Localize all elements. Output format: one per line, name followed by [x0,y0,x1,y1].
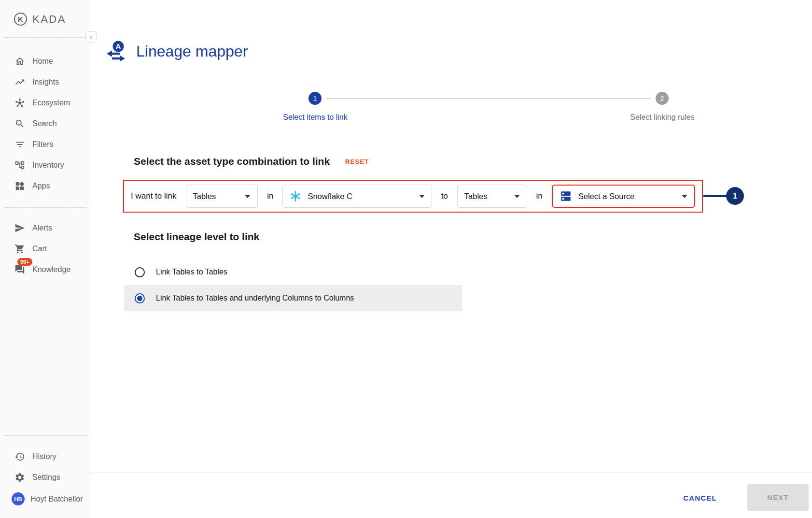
page-title: Lineage mapper [136,43,248,60]
chevron-down-icon [245,195,251,198]
hub-icon [14,98,25,108]
step-1-label: Select items to link [262,113,368,122]
sidebar-item-home[interactable]: Home [0,51,91,72]
account-tree-icon [14,160,25,171]
cancel-button[interactable]: CANCEL [669,488,731,507]
sidebar-user[interactable]: HB Hoyt Batchellor [0,488,91,510]
step-2-circle: 2 [656,92,669,105]
sidebar-item-label: Search [32,119,57,128]
stepper-connector [326,98,651,99]
asset-section-heading-row: Select the asset type combination to lin… [134,156,369,167]
kada-logo: K KADA [0,0,91,26]
chevron-down-icon [682,195,687,198]
sidebar-item-label: Filters [32,140,54,149]
source-asset-type-dropdown[interactable]: Tables [186,185,258,208]
sidebar-item-label: Insights [32,78,59,86]
annotation-1-marker: 1 [726,187,744,205]
sidebar-item-label: Alerts [32,224,52,232]
option-link-tables-to-tables[interactable]: Link Tables to Tables [124,259,462,285]
reset-button[interactable]: RESET [345,158,369,165]
gear-icon [14,472,25,483]
sidebar-item-label: Settings [32,473,60,482]
knowledge-badge: 99+ [17,258,32,266]
sidebar-item-label: Inventory [32,161,64,170]
sidebar-item-settings[interactable]: Settings [0,467,91,488]
user-name: Hoyt Batchellor [30,495,83,504]
step-1-circle: 1 [308,92,322,105]
kada-logo-text: KADA [32,13,66,26]
target-asset-type-dropdown[interactable]: Tables [457,185,527,208]
sidebar-item-ecosystem[interactable]: Ecosystem [0,92,91,113]
asset-section-heading: Select the asset type combination to lin… [134,156,330,167]
in-text: in [536,191,543,201]
to-text: to [441,191,448,201]
sidebar-item-cart[interactable]: Cart [0,238,91,259]
data-source-icon [560,190,572,202]
sidebar-item-search[interactable]: Search [0,113,91,134]
sidebar-item-label: Cart [32,245,47,253]
home-icon [14,56,25,67]
radio-selected-icon[interactable] [135,293,145,303]
sidebar-item-history[interactable]: History [0,446,91,467]
sidebar-item-apps[interactable]: Apps [0,175,91,196]
sidebar-item-knowledge[interactable]: 99+ Knowledge [0,259,91,280]
asset-combination-row-highlight: I want to link Tables in Snowflake C to [123,180,703,213]
search-icon [14,118,25,129]
chevron-down-icon [419,195,425,198]
kada-logo-icon: K [14,13,27,26]
trending-up-icon [14,77,25,87]
sidebar-divider [4,37,86,38]
source-system-value: Snowflake C [308,192,352,201]
sidebar-item-label: Knowledge [32,265,70,274]
annotation-connector-line [703,195,728,197]
target-asset-type-value: Tables [464,192,488,201]
sidebar-item-label: History [32,452,56,461]
step-2-label: Select linking rules [609,113,715,122]
in-text: in [267,191,273,201]
sidebar-item-alerts[interactable]: Alerts [0,217,91,238]
footer-divider [91,473,812,473]
next-button[interactable]: NEXT [747,484,809,511]
avatar: HB [12,492,25,505]
lineage-mapper-screen: K KADA ‹ Home Insights Ecosystem [0,0,812,518]
sidebar-nav-middle: Alerts Cart 99+ Knowledge [0,217,91,280]
filter-list-icon [14,139,25,150]
sidebar-nav-top: Home Insights Ecosystem Search Filters [0,51,91,196]
source-system-dropdown[interactable]: Snowflake C [282,185,432,208]
radio-unselected-icon[interactable] [135,267,145,277]
option-label: Link Tables to Tables and underlying Col… [156,294,354,302]
send-icon [14,223,25,233]
lineage-level-options: Link Tables to Tables Link Tables to Tab… [124,259,462,311]
option-label: Link Tables to Tables [156,268,227,276]
chevron-left-icon: ‹ [90,33,92,41]
step-1-number: 1 [313,95,317,102]
shopping-cart-icon [14,244,25,254]
sidebar: K KADA ‹ Home Insights Ecosystem [0,0,91,518]
sidebar-item-label: Apps [32,182,50,190]
target-system-dropdown[interactable]: Select a Source [552,185,695,208]
sidebar-item-label: Ecosystem [32,99,70,107]
lineage-mapper-icon: A [104,40,127,63]
step-2-number: 2 [660,95,664,102]
option-link-tables-and-columns[interactable]: Link Tables to Tables and underlying Col… [124,285,462,311]
sidebar-item-inventory[interactable]: Inventory [0,155,91,175]
svg-text:A: A [116,42,121,50]
sidebar-divider [4,207,86,208]
source-asset-type-value: Tables [193,192,216,201]
page-header: A Lineage mapper [104,40,248,63]
widgets-icon [14,181,25,191]
i-want-to-link-text: I want to link [131,191,177,201]
sidebar-collapse-button[interactable]: ‹ [85,31,97,43]
sidebar-nav-bottom: History Settings HB Hoyt Batchellor [0,446,91,510]
sidebar-divider [4,435,86,436]
target-system-value: Select a Source [578,192,634,201]
snowflake-icon [290,190,301,202]
sidebar-item-filters[interactable]: Filters [0,134,91,155]
chevron-down-icon [514,195,520,198]
sidebar-item-label: Home [32,57,53,66]
sidebar-item-insights[interactable]: Insights [0,72,91,92]
history-icon [14,451,25,462]
lineage-section-heading: Select lineage level to link [134,231,259,243]
